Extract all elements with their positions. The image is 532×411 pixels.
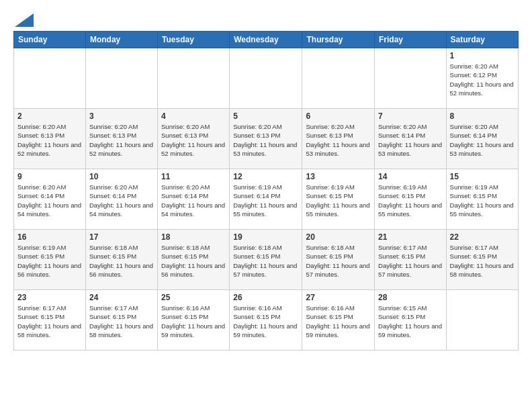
calendar-header-thursday: Thursday bbox=[302, 32, 375, 48]
day-number: 27 bbox=[306, 293, 371, 302]
calendar-cell: 3Sunrise: 6:20 AM Sunset: 6:13 PM Daylig… bbox=[85, 109, 157, 169]
calendar-week-4: 16Sunrise: 6:19 AM Sunset: 6:15 PM Dayli… bbox=[14, 230, 519, 290]
calendar-cell: 2Sunrise: 6:20 AM Sunset: 6:13 PM Daylig… bbox=[14, 109, 86, 169]
calendar-cell: 10Sunrise: 6:20 AM Sunset: 6:14 PM Dayli… bbox=[85, 169, 157, 230]
page-header bbox=[13, 13, 519, 24]
day-info: Sunrise: 6:19 AM Sunset: 6:15 PM Dayligh… bbox=[450, 183, 515, 218]
day-info: Sunrise: 6:20 AM Sunset: 6:14 PM Dayligh… bbox=[17, 183, 82, 218]
day-info: Sunrise: 6:20 AM Sunset: 6:13 PM Dayligh… bbox=[306, 122, 371, 158]
calendar-cell bbox=[85, 48, 157, 109]
day-number: 13 bbox=[306, 172, 371, 181]
calendar-header-friday: Friday bbox=[375, 32, 447, 48]
day-info: Sunrise: 6:20 AM Sunset: 6:14 PM Dayligh… bbox=[378, 122, 443, 158]
calendar-week-3: 9Sunrise: 6:20 AM Sunset: 6:14 PM Daylig… bbox=[14, 169, 519, 230]
calendar-cell: 16Sunrise: 6:19 AM Sunset: 6:15 PM Dayli… bbox=[14, 230, 86, 290]
day-number: 24 bbox=[89, 293, 154, 302]
calendar-cell: 20Sunrise: 6:18 AM Sunset: 6:15 PM Dayli… bbox=[302, 230, 375, 290]
day-info: Sunrise: 6:18 AM Sunset: 6:15 PM Dayligh… bbox=[233, 243, 298, 279]
calendar-cell: 21Sunrise: 6:17 AM Sunset: 6:15 PM Dayli… bbox=[375, 230, 447, 290]
day-number: 18 bbox=[161, 232, 226, 242]
day-info: Sunrise: 6:20 AM Sunset: 6:14 PM Dayligh… bbox=[89, 183, 154, 218]
calendar-cell: 14Sunrise: 6:19 AM Sunset: 6:15 PM Dayli… bbox=[375, 169, 447, 230]
calendar-cell: 12Sunrise: 6:19 AM Sunset: 6:14 PM Dayli… bbox=[230, 169, 302, 230]
calendar-week-1: 1Sunrise: 6:20 AM Sunset: 6:12 PM Daylig… bbox=[14, 48, 519, 109]
calendar-cell: 24Sunrise: 6:17 AM Sunset: 6:15 PM Dayli… bbox=[85, 290, 157, 351]
day-info: Sunrise: 6:16 AM Sunset: 6:15 PM Dayligh… bbox=[306, 304, 371, 339]
day-info: Sunrise: 6:16 AM Sunset: 6:15 PM Dayligh… bbox=[233, 304, 298, 339]
day-number: 16 bbox=[17, 232, 82, 242]
calendar-cell: 15Sunrise: 6:19 AM Sunset: 6:15 PM Dayli… bbox=[446, 169, 518, 230]
calendar-week-2: 2Sunrise: 6:20 AM Sunset: 6:13 PM Daylig… bbox=[14, 109, 519, 169]
day-number: 26 bbox=[233, 293, 298, 302]
calendar-cell bbox=[14, 48, 86, 109]
day-info: Sunrise: 6:17 AM Sunset: 6:15 PM Dayligh… bbox=[450, 243, 515, 279]
day-number: 23 bbox=[17, 293, 82, 302]
day-info: Sunrise: 6:20 AM Sunset: 6:13 PM Dayligh… bbox=[89, 122, 154, 158]
calendar-cell: 11Sunrise: 6:20 AM Sunset: 6:14 PM Dayli… bbox=[158, 169, 230, 230]
calendar-header-sunday: Sunday bbox=[14, 32, 86, 48]
day-info: Sunrise: 6:18 AM Sunset: 6:15 PM Dayligh… bbox=[89, 243, 154, 279]
day-info: Sunrise: 6:16 AM Sunset: 6:15 PM Dayligh… bbox=[161, 304, 226, 339]
calendar-cell: 22Sunrise: 6:17 AM Sunset: 6:15 PM Dayli… bbox=[446, 230, 518, 290]
calendar-cell: 9Sunrise: 6:20 AM Sunset: 6:14 PM Daylig… bbox=[14, 169, 86, 230]
calendar-cell: 26Sunrise: 6:16 AM Sunset: 6:15 PM Dayli… bbox=[230, 290, 302, 351]
day-info: Sunrise: 6:18 AM Sunset: 6:15 PM Dayligh… bbox=[161, 243, 226, 279]
day-number: 5 bbox=[233, 111, 298, 121]
day-info: Sunrise: 6:20 AM Sunset: 6:13 PM Dayligh… bbox=[161, 122, 226, 158]
day-number: 10 bbox=[89, 172, 154, 181]
day-info: Sunrise: 6:17 AM Sunset: 6:15 PM Dayligh… bbox=[17, 304, 82, 339]
day-number: 11 bbox=[161, 172, 226, 181]
day-number: 8 bbox=[450, 111, 515, 121]
calendar-cell: 27Sunrise: 6:16 AM Sunset: 6:15 PM Dayli… bbox=[302, 290, 375, 351]
calendar-cell: 6Sunrise: 6:20 AM Sunset: 6:13 PM Daylig… bbox=[302, 109, 375, 169]
calendar-cell: 17Sunrise: 6:18 AM Sunset: 6:15 PM Dayli… bbox=[85, 230, 157, 290]
calendar-cell bbox=[230, 48, 302, 109]
day-number: 14 bbox=[378, 172, 443, 181]
calendar-cell: 18Sunrise: 6:18 AM Sunset: 6:15 PM Dayli… bbox=[158, 230, 230, 290]
calendar-header-wednesday: Wednesday bbox=[230, 32, 302, 48]
day-info: Sunrise: 6:20 AM Sunset: 6:13 PM Dayligh… bbox=[233, 122, 298, 158]
day-number: 12 bbox=[233, 172, 298, 181]
day-info: Sunrise: 6:18 AM Sunset: 6:15 PM Dayligh… bbox=[306, 243, 371, 279]
day-number: 15 bbox=[450, 172, 515, 181]
day-number: 21 bbox=[378, 232, 443, 242]
calendar-week-5: 23Sunrise: 6:17 AM Sunset: 6:15 PM Dayli… bbox=[14, 290, 519, 351]
day-number: 6 bbox=[306, 111, 371, 121]
logo-icon bbox=[15, 13, 34, 27]
day-number: 4 bbox=[161, 111, 226, 121]
calendar-header-saturday: Saturday bbox=[446, 32, 518, 48]
calendar-header-monday: Monday bbox=[85, 32, 157, 48]
day-info: Sunrise: 6:20 AM Sunset: 6:14 PM Dayligh… bbox=[450, 122, 515, 158]
calendar-header-tuesday: Tuesday bbox=[158, 32, 230, 48]
calendar-cell: 4Sunrise: 6:20 AM Sunset: 6:13 PM Daylig… bbox=[158, 109, 230, 169]
day-number: 20 bbox=[306, 232, 371, 242]
day-number: 17 bbox=[89, 232, 154, 242]
day-number: 19 bbox=[233, 232, 298, 242]
day-number: 3 bbox=[89, 111, 154, 121]
day-info: Sunrise: 6:19 AM Sunset: 6:14 PM Dayligh… bbox=[233, 183, 298, 218]
day-number: 22 bbox=[450, 232, 515, 242]
calendar-cell: 7Sunrise: 6:20 AM Sunset: 6:14 PM Daylig… bbox=[375, 109, 447, 169]
day-number: 2 bbox=[17, 111, 82, 121]
calendar-cell bbox=[158, 48, 230, 109]
day-info: Sunrise: 6:19 AM Sunset: 6:15 PM Dayligh… bbox=[306, 183, 371, 218]
calendar-cell: 23Sunrise: 6:17 AM Sunset: 6:15 PM Dayli… bbox=[14, 290, 86, 351]
calendar-cell: 19Sunrise: 6:18 AM Sunset: 6:15 PM Dayli… bbox=[230, 230, 302, 290]
day-info: Sunrise: 6:20 AM Sunset: 6:14 PM Dayligh… bbox=[161, 183, 226, 218]
day-info: Sunrise: 6:19 AM Sunset: 6:15 PM Dayligh… bbox=[378, 183, 443, 218]
calendar-cell: 8Sunrise: 6:20 AM Sunset: 6:14 PM Daylig… bbox=[446, 109, 518, 169]
calendar-cell bbox=[446, 290, 518, 351]
day-number: 7 bbox=[378, 111, 443, 121]
calendar-cell bbox=[302, 48, 375, 109]
day-info: Sunrise: 6:15 AM Sunset: 6:15 PM Dayligh… bbox=[378, 304, 443, 339]
day-info: Sunrise: 6:19 AM Sunset: 6:15 PM Dayligh… bbox=[17, 243, 82, 279]
calendar-cell: 1Sunrise: 6:20 AM Sunset: 6:12 PM Daylig… bbox=[446, 48, 518, 109]
calendar-cell: 28Sunrise: 6:15 AM Sunset: 6:15 PM Dayli… bbox=[375, 290, 447, 351]
logo bbox=[13, 13, 34, 24]
day-number: 25 bbox=[161, 293, 226, 302]
calendar-header-row: SundayMondayTuesdayWednesdayThursdayFrid… bbox=[14, 32, 519, 48]
calendar-cell: 5Sunrise: 6:20 AM Sunset: 6:13 PM Daylig… bbox=[230, 109, 302, 169]
calendar-table: SundayMondayTuesdayWednesdayThursdayFrid… bbox=[13, 31, 519, 351]
day-info: Sunrise: 6:17 AM Sunset: 6:15 PM Dayligh… bbox=[378, 243, 443, 279]
calendar-cell: 25Sunrise: 6:16 AM Sunset: 6:15 PM Dayli… bbox=[158, 290, 230, 351]
